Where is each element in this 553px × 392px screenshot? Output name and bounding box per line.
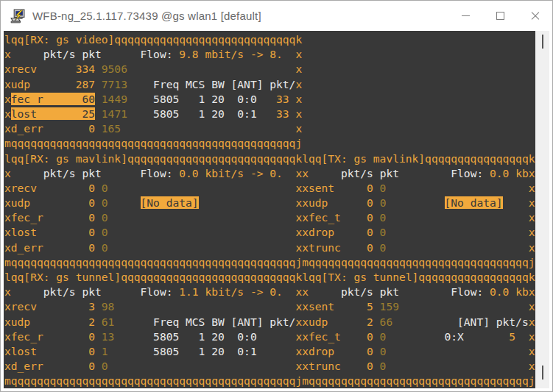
terminal-line: xlost 0 1 5805 1 20 0:1 xxdrop 0 0 x	[4, 344, 535, 359]
terminal-line: lqq[RX: gs mavlink]qqqqqqqqqqqqqqqqqqqqq…	[4, 152, 535, 166]
terminal-line: xfec_r 60 1449 5805 1 20 0:0 33 x	[4, 92, 535, 107]
terminal-line: mqqqqqqqqqqqqqqqqqqqqqqqqqqqqqqqqqqqqqqq…	[4, 374, 535, 388]
window-body: lqq[RX: gs video]qqqqqqqqqqqqqqqqqqqqqqq…	[1, 31, 552, 388]
chevron-up-icon	[542, 35, 543, 49]
terminal-line: mqqqqqqqqqqqqqqqqqqqqqqqqqqqqqqqqqqqqqqq…	[4, 255, 535, 270]
terminal-line: xd_err 0 165 x	[4, 121, 535, 136]
chevron-down-icon	[542, 366, 543, 379]
terminal-line: xd_err 0 0 xxtrunc 0 0 x	[4, 240, 535, 255]
window-controls	[448, 1, 552, 31]
console-window: WFB-ng_25.1.117.73439 @gs wlan1 [default…	[0, 0, 553, 392]
terminal-line: lqq[RX: gs video]qqqqqqqqqqqqqqqqqqqqqqq…	[4, 32, 535, 47]
window-right-border	[549, 31, 552, 388]
terminal-line: x pkt/s pkt Flow: 1.1 kbit/s -> 0. xx pk…	[4, 285, 535, 299]
close-button[interactable]	[518, 1, 552, 31]
terminal-line: xudp 287 7713 Freq MCS BW [ANT] pkt/x	[4, 77, 535, 92]
terminal-line: xudp 0 0 [No data] xxudp 0 0 [No data] x	[4, 196, 535, 210]
scroll-up-button[interactable]	[542, 36, 543, 49]
minimize-button[interactable]	[448, 1, 483, 31]
titlebar[interactable]: WFB-ng_25.1.117.73439 @gs wlan1 [default…	[1, 1, 552, 31]
terminal-line: xudp 2 61 Freq MCS BW [ANT] pkt/xxudp 2 …	[4, 315, 535, 329]
terminal-line: mqqqqqqqqqqqqqqqqqqqqqqqqqqqqqqqqqqqqqqq…	[4, 136, 535, 151]
maximize-icon	[496, 12, 504, 20]
close-icon	[531, 12, 540, 21]
window-title: WFB-ng_25.1.117.73439 @gs wlan1 [default…	[32, 10, 261, 22]
telnet-console-icon	[10, 8, 26, 24]
terminal-line: xfec_r 0 13 5805 1 20 0:0 xxfec_t 0 0 0:…	[4, 329, 535, 344]
minimize-icon	[462, 15, 470, 16]
terminal-line: lqq[RX: gs tunnel]qqqqqqqqqqqqqqqqqqqqqq…	[4, 270, 535, 285]
scroll-down-button[interactable]	[542, 367, 543, 380]
maximize-button[interactable]	[483, 1, 518, 31]
terminal-screen[interactable]: lqq[RX: gs video]qqqqqqqqqqqqqqqqqqqqqqq…	[4, 31, 535, 388]
window-bottom-border	[1, 388, 552, 391]
scrollbar-track[interactable]	[535, 31, 549, 388]
terminal-line: xrecv 0 0 xxsent 0 0 x	[4, 181, 535, 196]
terminal-line: xlost 0 0 xxdrop 0 0 x	[4, 225, 535, 240]
terminal-line: xfec_r 0 0 xxfec_t 0 0 x	[4, 210, 535, 225]
terminal-line: xrecv 334 9506 x	[4, 62, 535, 76]
terminal-line: x pkt/s pkt Flow: 0.0 kbit/s -> 0. xx pk…	[4, 166, 535, 181]
terminal-line: xrecv 3 98 xxsent 5 159 x	[4, 299, 535, 314]
terminal-line: xd_err 0 0 xxtrunc 0 0 x	[4, 359, 535, 374]
terminal-line: x pkt/s pkt Flow: 9.8 mbit/s -> 8. x	[4, 47, 535, 62]
terminal-line: xlost 25 1471 5805 1 20 0:1 33 x	[4, 107, 535, 121]
